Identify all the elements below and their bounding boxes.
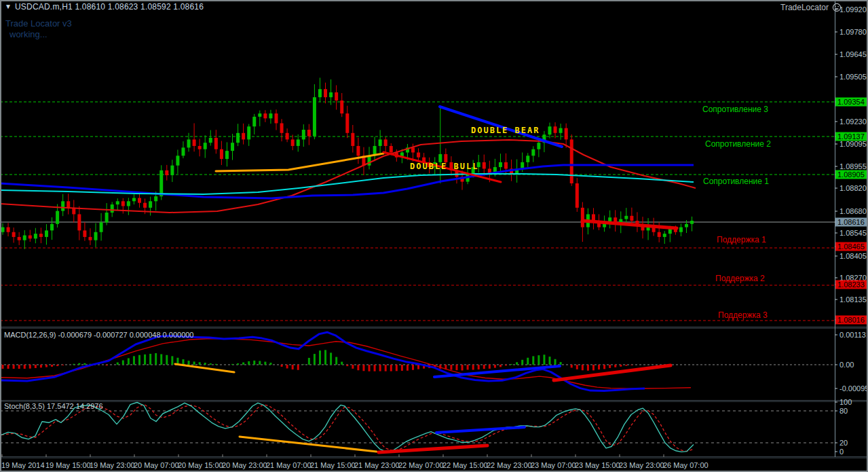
macd-histogram-bar <box>625 365 627 366</box>
macd-histogram-bar <box>308 358 310 365</box>
price-tag-label: 1.08233 <box>837 280 865 289</box>
candle-body <box>204 143 207 149</box>
candle-body <box>252 117 256 126</box>
candle-body <box>29 236 32 239</box>
candle-body <box>384 139 388 146</box>
time-tick-label[interactable]: 21 May 23:00 <box>354 461 400 469</box>
candle-body <box>345 113 349 133</box>
time-tick-label[interactable]: 20 May 07:00 <box>134 461 179 469</box>
candle-body <box>275 113 278 123</box>
macd-histogram-bar <box>505 365 507 365</box>
candle-body <box>181 147 185 156</box>
macd-histogram-bar <box>603 365 605 369</box>
stoch-trendline[interactable] <box>436 427 525 433</box>
macd-histogram-bar <box>281 365 283 367</box>
macd-histogram-bar <box>231 364 233 365</box>
time-tick-label[interactable]: 19 May 2014 <box>1 461 45 469</box>
candle-body <box>231 143 234 151</box>
macd-histogram-bar <box>160 354 162 365</box>
macd-trendline[interactable] <box>175 364 234 372</box>
time-tick-label[interactable]: 20 May 15:00 <box>178 461 223 469</box>
price-tag-label: 1.08616 <box>837 218 865 226</box>
macd-histogram-bar <box>303 364 305 365</box>
macd-histogram-bar <box>149 354 151 365</box>
candle-body <box>575 183 579 208</box>
brand-label: TradeLocator <box>780 3 829 12</box>
candle-body <box>100 222 103 232</box>
candle-body <box>225 151 229 159</box>
macd-histogram-bar <box>182 359 184 365</box>
time-tick-label[interactable]: 21 May 15:00 <box>310 461 356 469</box>
brand-badge: TradeLocator <box>780 3 842 12</box>
time-tick-label[interactable]: 19 May 15:00 <box>45 461 91 469</box>
price-tick-label: 1.08820 <box>839 184 867 192</box>
chart-title: USDCAD.m,H1 1.08610 1.08623 1.08592 1.08… <box>15 2 204 12</box>
macd-tick-label: 0.00 <box>839 361 854 369</box>
chart-menu-triangle-icon[interactable]: ▼ <box>5 3 12 10</box>
time-tick-label[interactable]: 23 May 15:00 <box>575 461 620 469</box>
candle-body <box>335 92 338 101</box>
macd-histogram-bar <box>29 365 31 369</box>
macd-histogram-bar <box>204 363 206 365</box>
double-bear-label: DOUBLE BEAR <box>471 126 540 135</box>
candle-body <box>154 196 157 201</box>
stoch-main-line <box>1 403 694 452</box>
macd-histogram-bar <box>18 365 20 369</box>
candle-body <box>280 123 284 132</box>
candle-body <box>165 170 168 175</box>
candle-body <box>548 126 552 134</box>
macd-histogram-bar <box>357 365 359 370</box>
time-tick-label[interactable]: 23 May 07:00 <box>531 461 576 469</box>
macd-histogram-bar <box>210 363 212 365</box>
time-tick-label[interactable]: 19 May 23:00 <box>90 461 135 469</box>
support-2-label: Поддержка 2 <box>715 274 765 283</box>
macd-histogram-bar <box>417 365 419 369</box>
candle-body <box>116 201 119 204</box>
macd-histogram-bar <box>40 365 42 367</box>
time-tick-label[interactable]: 21 May 07:00 <box>266 461 312 469</box>
time-tick-label[interactable]: 22 May 07:00 <box>398 461 444 469</box>
candle-body <box>18 237 21 240</box>
macd-histogram-bar <box>56 365 58 366</box>
macd-histogram-bar <box>138 355 140 365</box>
stoch-signal-line <box>1 404 694 452</box>
candle-body <box>132 198 136 202</box>
macd-histogram-bar <box>35 365 37 368</box>
time-tick-label[interactable]: 26 May 07:00 <box>663 461 709 469</box>
candle-body <box>220 149 223 159</box>
watermark-line1: Trade Locator v3 <box>5 18 72 29</box>
macd-histogram-bar <box>450 365 452 370</box>
candle-body <box>263 113 267 118</box>
sma-blue-line <box>0 165 694 198</box>
macd-histogram-bar <box>516 362 518 365</box>
candle-body <box>39 234 43 237</box>
candle-body <box>329 92 333 97</box>
macd-histogram-bar <box>379 365 381 371</box>
stoch-trendline[interactable] <box>240 437 377 452</box>
candle-body <box>242 133 245 140</box>
time-tick-label[interactable]: 23 May 23:00 <box>619 461 664 469</box>
macd-histogram-bar <box>319 350 321 365</box>
macd-histogram-bar <box>521 360 523 365</box>
macd-histogram-bar <box>215 364 217 365</box>
time-tick-label[interactable]: 20 May 23:00 <box>222 461 267 469</box>
macd-histogram-bar <box>598 365 600 369</box>
macd-histogram-bar <box>537 355 540 365</box>
time-tick-label[interactable]: 22 May 23:00 <box>487 461 532 469</box>
candle-body <box>483 162 486 169</box>
macd-histogram-bar <box>630 365 633 365</box>
price-tick-label: 1.09505 <box>839 73 867 81</box>
macd-histogram-bar <box>396 365 398 371</box>
support-1-label: Поддержка 1 <box>717 235 766 244</box>
candle-body <box>127 201 130 206</box>
macd-histogram-bar <box>543 355 545 365</box>
candle-body <box>214 138 218 149</box>
time-tick-label[interactable]: 22 May 15:00 <box>442 461 488 469</box>
macd-histogram-bar <box>324 350 326 365</box>
macd-histogram-bar <box>133 356 135 365</box>
macd-histogram-bar <box>510 364 512 365</box>
double-bull-label: DOUBLE BULL <box>410 162 478 171</box>
price-tick-label: 1.08680 <box>839 207 867 215</box>
candle-body <box>209 138 212 143</box>
macd-histogram-bar <box>614 365 616 367</box>
